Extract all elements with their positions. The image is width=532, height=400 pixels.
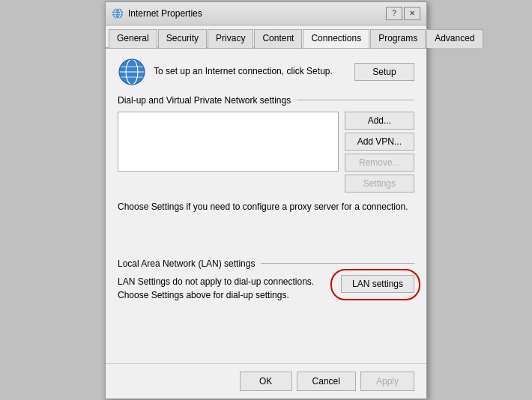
close-button[interactable]: ✕ (404, 7, 420, 20)
internet-properties-window: Internet Properties ? ✕ General Security… (105, 1, 427, 399)
tab-security[interactable]: Security (158, 29, 207, 48)
vpn-area: Add... Add VPN... Remove... Settings (118, 112, 414, 193)
title-controls: ? ✕ (386, 7, 420, 20)
cancel-button[interactable]: Cancel (297, 372, 356, 391)
add-button[interactable]: Add... (345, 112, 414, 130)
lan-settings-button[interactable]: LAN settings (341, 275, 414, 293)
add-vpn-button[interactable]: Add VPN... (345, 133, 414, 151)
title-bar: Internet Properties ? ✕ (106, 2, 426, 25)
dialup-section-label: Dial-up and Virtual Private Network sett… (118, 95, 414, 106)
lan-content: LAN Settings do not apply to dial-up con… (118, 275, 414, 302)
ok-button[interactable]: OK (240, 372, 292, 391)
setup-row: To set up an Internet connection, click … (118, 58, 414, 86)
ie-globe-icon (118, 58, 146, 86)
tab-bar: General Security Privacy Content Connect… (106, 25, 426, 49)
tab-privacy[interactable]: Privacy (208, 29, 253, 48)
setup-text: To set up an Internet connection, click … (154, 65, 347, 78)
lan-button-wrapper: LAN settings (341, 275, 414, 293)
lan-section-label: Local Area Network (LAN) settings (118, 258, 414, 269)
bottom-bar: OK Cancel Apply (106, 363, 426, 399)
tab-programs[interactable]: Programs (370, 29, 426, 48)
window-title: Internet Properties (128, 8, 386, 19)
tab-advanced[interactable]: Advanced (426, 29, 483, 48)
tab-connections[interactable]: Connections (303, 29, 369, 48)
vpn-list (118, 112, 339, 172)
tab-general[interactable]: General (109, 29, 157, 48)
settings-button[interactable]: Settings (345, 175, 414, 193)
tab-content-area: To set up an Internet connection, click … (106, 49, 426, 363)
tab-content[interactable]: Content (254, 29, 302, 48)
lan-section: Local Area Network (LAN) settings LAN Se… (118, 258, 414, 302)
setup-button[interactable]: Setup (354, 63, 414, 81)
lan-text: LAN Settings do not apply to dial-up con… (118, 275, 333, 302)
proxy-note: Choose Settings if you need to configure… (118, 200, 414, 213)
apply-button[interactable]: Apply (360, 372, 414, 391)
vpn-buttons: Add... Add VPN... Remove... Settings (345, 112, 414, 193)
ie-icon (112, 7, 124, 19)
remove-button[interactable]: Remove... (345, 154, 414, 172)
help-button[interactable]: ? (386, 7, 402, 20)
